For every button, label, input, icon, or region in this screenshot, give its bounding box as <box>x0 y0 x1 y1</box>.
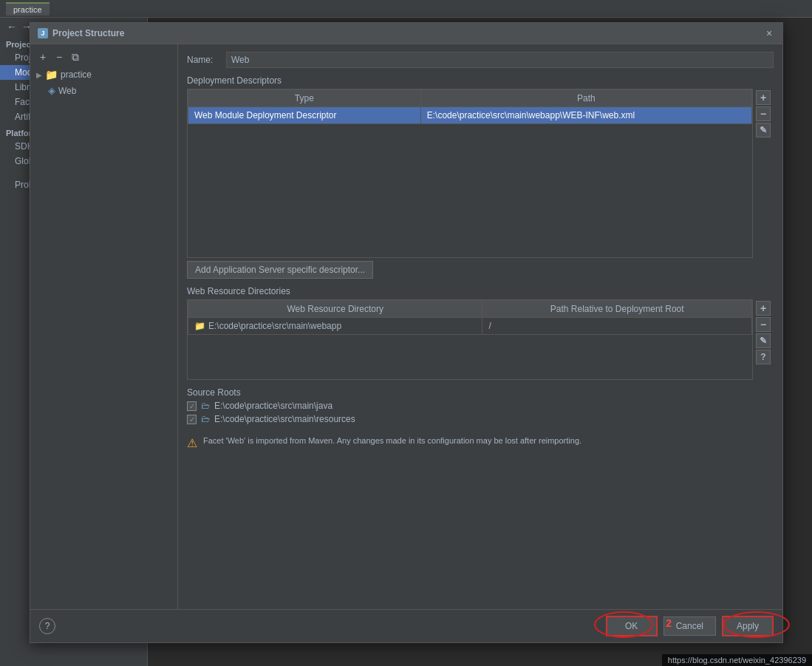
remove-module-btn[interactable]: − <box>52 50 66 64</box>
url-bar: https://blog.csdn.net/weixin_42396239 <box>662 654 812 666</box>
res-path-header: Path Relative to Deployment Root <box>482 301 752 318</box>
deployment-table-content: Type Path Web Module Deployment Descript… <box>187 89 753 258</box>
source-root-icon-1: 🗁 <box>201 414 210 424</box>
source-root-checkbox-0[interactable] <box>187 401 197 411</box>
resource-help-btn[interactable]: ? <box>756 350 771 364</box>
ide-tab[interactable]: practice <box>6 2 50 16</box>
name-label: Name: <box>187 55 220 65</box>
resource-remove-btn[interactable]: − <box>756 317 771 332</box>
resource-add-btn[interactable]: + <box>756 301 771 316</box>
dialog-left-panel: + − ⧉ ▶ 📁 practice ◈ Web <box>30 44 178 609</box>
warning-text: Facet 'Web' is imported from Maven. Any … <box>203 436 581 445</box>
table-row[interactable]: Web Module Deployment Descriptor E:\code… <box>188 107 752 124</box>
name-field-row: Name: <box>187 52 774 68</box>
close-button[interactable]: × <box>763 27 775 39</box>
res-dir-header: Web Resource Directory <box>188 301 482 318</box>
resource-table: Web Resource Directory Path Relative to … <box>188 300 752 335</box>
dialog-toolbar: + − ⧉ <box>30 47 177 67</box>
dialog-title: J Project Structure <box>38 28 124 38</box>
type-cell: Web Module Deployment Descriptor <box>188 107 421 124</box>
add-descriptor-btn[interactable]: Add Application Server specific descript… <box>187 261 373 279</box>
deployment-edit-btn[interactable]: ✎ <box>756 123 771 137</box>
deployment-table-wrapper: Type Path Web Module Deployment Descript… <box>187 89 774 258</box>
deployment-table-side-btns: + − ✎ <box>753 89 774 258</box>
source-root-item-0: 🗁 E:\code\practice\src\main\java <box>187 401 774 411</box>
source-root-checkbox-1[interactable] <box>187 415 197 424</box>
source-root-path-0: E:\code\practice\src\main\java <box>214 401 332 411</box>
dialog-body: + − ⧉ ▶ 📁 practice ◈ Web Name: <box>30 44 782 609</box>
path-cell: E:\code\practice\src\main\webapp\WEB-INF… <box>420 107 751 124</box>
footer-help-btn[interactable]: ? <box>39 618 55 634</box>
resource-section-title: Web Resource Directories <box>187 286 774 296</box>
source-roots-list: 🗁 E:\code\practice\src\main\java 🗁 E:\co… <box>187 401 774 424</box>
resource-table-content: Web Resource Directory Path Relative to … <box>187 299 753 380</box>
deployment-remove-btn[interactable]: − <box>756 106 771 121</box>
apply-button[interactable]: Apply <box>722 616 774 636</box>
deployment-add-btn[interactable]: + <box>756 90 771 105</box>
source-roots-title: Source Roots <box>187 387 774 398</box>
deployment-section-title: Deployment Descriptors <box>187 75 774 86</box>
dialog-footer: ? OK Cancel Apply <box>30 609 782 642</box>
resource-edit-btn[interactable]: ✎ <box>756 333 771 348</box>
warning-icon: ⚠ <box>187 436 197 450</box>
copy-module-btn[interactable]: ⧉ <box>69 50 82 64</box>
cancel-button[interactable]: Cancel <box>663 616 716 636</box>
deployment-table-empty-area <box>188 124 752 257</box>
source-root-path-1: E:\code\practice\src\main\resources <box>214 414 355 424</box>
add-module-btn[interactable]: + <box>36 50 50 64</box>
source-root-icon-0: 🗁 <box>201 401 210 411</box>
resource-section: Web Resource Directories Web Resource Di… <box>187 286 774 380</box>
tree-child-item[interactable]: ◈ Web <box>30 83 177 98</box>
nav-back-btn[interactable]: ← <box>6 21 18 33</box>
deployment-section: Deployment Descriptors Type Path <box>187 75 774 279</box>
path-col-header: Path <box>420 90 751 107</box>
dialog-titlebar: J Project Structure × <box>30 23 782 44</box>
res-dir-text: E:\code\practice\src\main\webapp <box>208 321 341 331</box>
resource-table-wrapper: Web Resource Directory Path Relative to … <box>187 299 774 380</box>
res-dir-cell: 📁 E:\code\practice\src\main\webapp <box>188 318 482 335</box>
tree-root-item[interactable]: ▶ 📁 practice <box>30 67 177 83</box>
name-input[interactable] <box>226 52 774 68</box>
ok-button[interactable]: OK <box>606 616 658 636</box>
dialog-title-text: Project Structure <box>52 28 124 38</box>
dialog-title-icon: J <box>38 28 48 38</box>
tree-root-label: practice <box>61 69 92 80</box>
ide-top-bar: practice <box>0 0 812 18</box>
type-col-header: Type <box>188 90 421 107</box>
project-structure-dialog: J Project Structure × + − ⧉ ▶ 📁 practice… <box>30 22 783 643</box>
tree-child-label: Web <box>58 86 76 96</box>
deployment-table: Type Path Web Module Deployment Descript… <box>188 89 752 124</box>
source-roots-section: Source Roots 🗁 E:\code\practice\src\main… <box>187 387 774 424</box>
folder-icon: 📁 <box>194 321 205 331</box>
source-root-item-1: 🗁 E:\code\practice\src\main\resources <box>187 414 774 424</box>
resource-table-side-btns: + − ✎ ? <box>753 299 774 380</box>
resource-table-row[interactable]: 📁 E:\code\practice\src\main\webapp / <box>188 318 752 335</box>
warning-bar: ⚠ Facet 'Web' is imported from Maven. An… <box>187 432 774 455</box>
resource-table-empty <box>188 335 752 379</box>
res-path-cell: / <box>482 318 752 335</box>
dialog-right-panel: Name: Deployment Descriptors Type Path <box>178 44 782 609</box>
footer-left: ? <box>39 618 600 634</box>
